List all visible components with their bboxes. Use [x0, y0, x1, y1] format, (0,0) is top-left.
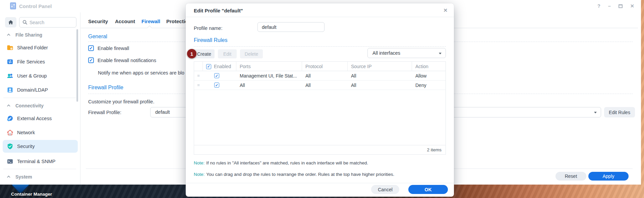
- home-button[interactable]: [5, 17, 16, 28]
- terminal-icon: [7, 158, 13, 165]
- source-ip-column-header: Source IP: [348, 62, 412, 71]
- sidebar-item-file-services[interactable]: File Services: [0, 57, 76, 66]
- chevron-up-icon: [7, 34, 10, 37]
- rule-enabled-checkbox[interactable]: ✓: [214, 73, 219, 78]
- window-controls: ? – ✕: [597, 3, 634, 9]
- step-annotation-badge: 1: [187, 49, 196, 58]
- drag-column-header: [194, 62, 203, 71]
- check-icon: ✓: [215, 73, 219, 78]
- table-header-row: ✓ Enabled Ports Protocol Source IP Actio…: [194, 62, 446, 71]
- dialog-section-divider: [194, 46, 446, 47]
- sidebar-item-external-access[interactable]: External Access: [0, 114, 76, 123]
- file-services-icon: [7, 58, 13, 65]
- edit-rules-button[interactable]: Edit Rules: [604, 107, 635, 117]
- tab-account[interactable]: Account: [115, 18, 135, 24]
- window-title: Control Panel: [19, 3, 52, 9]
- enable-notifications-label: Enable firewall notifications: [98, 58, 156, 63]
- maximize-icon[interactable]: [619, 4, 623, 8]
- sidebar-item-shared-folder[interactable]: Shared Folder: [0, 43, 76, 52]
- dialog-footer-divider: [186, 183, 454, 183]
- reset-button[interactable]: Reset: [555, 172, 586, 181]
- close-icon[interactable]: ✕: [630, 3, 634, 9]
- check-icon: ✓: [89, 46, 93, 51]
- check-icon: ✓: [207, 64, 211, 69]
- profile-name-label: Profile name:: [194, 26, 222, 31]
- sidebar-divider: [3, 169, 76, 169]
- items-count: 2 items: [194, 145, 446, 154]
- home-icon: [8, 20, 13, 25]
- protocol-column-header: Protocol: [302, 62, 348, 71]
- sidebar-section-system[interactable]: System: [0, 174, 76, 180]
- sidebar: File Sharing Shared Folder File Services…: [0, 12, 80, 185]
- rule-enabled-checkbox[interactable]: ✓: [214, 83, 219, 88]
- sidebar-scrollbar[interactable]: [76, 29, 78, 102]
- action-column-header: Action: [412, 62, 446, 71]
- table-row[interactable]: ≡ ✓ Management UI, File Stat... All All …: [194, 71, 446, 81]
- tab-firewall[interactable]: Firewall: [141, 18, 160, 24]
- help-icon[interactable]: ?: [597, 3, 600, 9]
- search-icon: [22, 20, 27, 25]
- desktop-shortcut-label[interactable]: Container Manager: [11, 192, 52, 197]
- enable-notifications-row: ✓ Enable firewall notifications: [88, 57, 156, 63]
- dialog-header-divider: [186, 17, 454, 17]
- note-label: Note:: [194, 160, 204, 165]
- select-all-checkbox[interactable]: ✓: [206, 64, 211, 69]
- ports-column-header: Ports: [236, 62, 302, 71]
- rule-protocol: All: [302, 73, 348, 79]
- sidebar-item-user-group[interactable]: User & Group: [0, 71, 76, 80]
- profile-name-input[interactable]: [257, 22, 325, 32]
- interface-select[interactable]: All interfaces: [367, 48, 446, 58]
- firewall-rules-heading: Firewall Rules: [194, 37, 227, 43]
- control-panel-app-icon: [10, 2, 16, 10]
- caret-down-icon: [439, 53, 442, 54]
- note-label: Note:: [194, 172, 204, 177]
- enable-firewall-checkbox[interactable]: ✓: [88, 45, 94, 51]
- rule-ports: Management UI, File Stat...: [236, 73, 302, 79]
- firewall-rules-table: ✓ Enabled Ports Protocol Source IP Actio…: [194, 61, 446, 155]
- rule-protocol: All: [302, 83, 348, 88]
- chevron-up-icon: [7, 104, 10, 108]
- sidebar-item-domain-ldap[interactable]: Domain/LDAP: [0, 86, 76, 94]
- caret-down-icon: [594, 112, 597, 113]
- user-group-icon: [7, 72, 13, 79]
- rule-source-ip: All: [348, 73, 412, 79]
- enable-notifications-checkbox[interactable]: ✓: [88, 57, 94, 63]
- cancel-button[interactable]: Cancel: [371, 185, 399, 194]
- check-icon: ✓: [215, 83, 219, 88]
- sidebar-item-security[interactable]: Security: [0, 142, 76, 151]
- ok-button[interactable]: OK: [408, 185, 448, 194]
- chevron-up-icon: [7, 176, 10, 179]
- edit-profile-dialog: Edit Profile "default" ✕ Profile name: F…: [186, 3, 454, 197]
- dialog-title: Edit Profile "default": [194, 8, 243, 13]
- sidebar-section-connectivity[interactable]: Connectivity: [0, 103, 76, 109]
- rule-action: Allow: [412, 73, 446, 79]
- firewall-profile-label: Firewall Profile:: [88, 110, 121, 115]
- sidebar-divider: [3, 98, 76, 98]
- notify-description: Notify me when apps or services are blo: [98, 70, 184, 76]
- table-row[interactable]: ≡ ✓ All All All Deny: [194, 81, 446, 90]
- enable-firewall-row: ✓ Enable firewall: [88, 45, 129, 51]
- drag-handle-icon[interactable]: ≡: [194, 83, 203, 88]
- enable-firewall-label: Enable firewall: [98, 46, 129, 51]
- minimize-icon[interactable]: –: [608, 3, 611, 9]
- rule-action: Deny: [412, 83, 446, 88]
- delete-button[interactable]: Delete: [240, 49, 263, 58]
- search-box[interactable]: [19, 17, 76, 28]
- rule-ports: All: [236, 83, 302, 88]
- sidebar-item-network[interactable]: Network: [0, 128, 76, 137]
- security-shield-icon: [7, 143, 13, 150]
- note-interfaces: Note:If no rules in "All interfaces" are…: [194, 160, 368, 165]
- apply-button[interactable]: Apply: [588, 172, 629, 181]
- sidebar-item-terminal-snmp[interactable]: Terminal & SNMP: [0, 157, 76, 166]
- drag-handle-icon[interactable]: ≡: [194, 73, 203, 78]
- enabled-column-header: Enabled: [214, 64, 231, 69]
- dialog-close-icon[interactable]: ✕: [443, 7, 448, 13]
- tab-security[interactable]: Security: [88, 18, 108, 24]
- sidebar-section-file-sharing[interactable]: File Sharing: [0, 32, 76, 38]
- network-icon: [7, 129, 13, 136]
- search-input[interactable]: [30, 20, 70, 25]
- firewall-profile-heading: Firewall Profile: [88, 85, 123, 91]
- active-tab-notch: [147, 26, 152, 30]
- edit-button[interactable]: Edit: [218, 49, 237, 58]
- create-button[interactable]: Create: [194, 49, 215, 58]
